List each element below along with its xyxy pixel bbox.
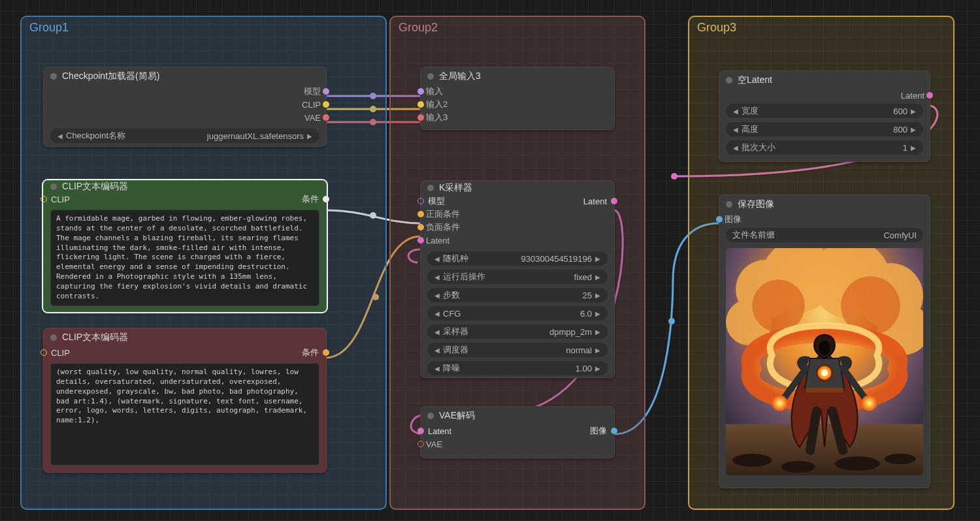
arrow-left-icon[interactable]: ◀ [56, 133, 65, 140]
collapse-icon[interactable] [50, 183, 57, 190]
node-title: 空Latent [738, 74, 772, 86]
svg-point-19 [835, 456, 879, 471]
node-title: CLIP文本编码器 [62, 181, 128, 193]
port-clip-in[interactable] [41, 349, 47, 356]
node-title: CLIP文本编码器 [62, 332, 128, 343]
svg-point-14 [752, 279, 805, 332]
port-vae-in[interactable] [417, 441, 424, 447]
node-global-input3[interactable]: 全局输入3 输入 输入2 输入3 [420, 67, 615, 130]
widget-height[interactable]: ◀高度800▶ [726, 122, 923, 136]
prompt-textarea[interactable]: A formidable mage, garbed in flowing, em… [50, 210, 319, 306]
svg-point-23 [819, 341, 830, 355]
collapse-icon[interactable] [726, 77, 732, 84]
port-pos-in[interactable] [417, 211, 424, 217]
widget-seed[interactable]: ◀随机种930300454519196▶ [427, 251, 608, 266]
widget-steps[interactable]: ◀步数25▶ [427, 288, 608, 302]
collapse-icon[interactable] [427, 413, 434, 419]
node-save-image[interactable]: 保存图像 图像 文件名前缀ComfyUI [719, 195, 930, 488]
port-clip-in[interactable] [41, 196, 47, 202]
node-checkpoint-loader[interactable]: Checkpoint加载器(简易) 模型 CLIP VAE ◀ Checkpoi… [43, 67, 327, 147]
collapse-icon[interactable] [50, 334, 57, 341]
node-title: K采样器 [439, 182, 472, 194]
svg-point-5 [671, 173, 678, 180]
port-latent-out[interactable] [926, 92, 933, 99]
port-cond-out[interactable] [323, 349, 329, 356]
group-1-title: Group1 [29, 21, 69, 35]
port-image-in[interactable] [716, 216, 723, 223]
svg-point-6 [668, 318, 675, 324]
widget-batch[interactable]: ◀批次大小1▶ [726, 140, 923, 155]
node-title: 全局输入3 [439, 71, 481, 82]
port-model-in[interactable] [417, 198, 424, 204]
node-empty-latent[interactable]: 空Latent Latent ◀宽度600▶ ◀高度800▶ ◀批次大小1▶ [719, 71, 930, 162]
widget-after[interactable]: ◀运行后操作fixed▶ [427, 270, 608, 284]
widget-width[interactable]: ◀宽度600▶ [726, 104, 923, 118]
port-cond-out[interactable] [323, 196, 329, 202]
node-title: 保存图像 [738, 198, 774, 210]
port-clip-out[interactable] [323, 101, 329, 108]
widget-denoise[interactable]: ◀降噪1.00▶ [427, 361, 608, 375]
svg-point-17 [732, 454, 772, 467]
svg-point-18 [781, 461, 815, 473]
group-2-title: Group2 [399, 21, 438, 35]
node-ksampler[interactable]: K采样器 模型 Latent 正面条件 负面条件 Latent ◀随机种9303… [420, 180, 615, 378]
collapse-icon[interactable] [726, 201, 732, 208]
port-model-out[interactable] [323, 88, 329, 95]
port-image-out[interactable] [611, 428, 617, 434]
prompt-textarea[interactable]: (worst quality, low quality, normal qual… [50, 363, 319, 466]
node-clip-encode-positive[interactable]: CLIP文本编码器 CLIP 条件 A formidable mage, gar… [43, 180, 327, 312]
widget-filename-prefix[interactable]: 文件名前缀ComfyUI [726, 228, 923, 242]
port-latent-in[interactable] [417, 237, 424, 244]
node-clip-encode-negative[interactable]: CLIP文本编码器 CLIP 条件 (worst quality, low qu… [43, 328, 327, 473]
collapse-icon[interactable] [427, 185, 434, 191]
collapse-icon[interactable] [427, 73, 434, 80]
port-in2[interactable] [417, 101, 424, 108]
svg-point-22 [821, 370, 828, 376]
widget-ckpt-name[interactable]: ◀ Checkpoint名称juggernautXL.safetensors ▶ [50, 129, 319, 143]
output-image-preview [726, 248, 923, 475]
widget-scheduler[interactable]: ◀调度器normal▶ [427, 343, 608, 357]
widget-cfg[interactable]: ◀CFG6.0▶ [427, 306, 608, 321]
node-vae-decode[interactable]: VAE解码 Latent 图像 VAE [420, 406, 615, 458]
svg-point-20 [885, 454, 916, 464]
port-in3[interactable] [417, 114, 424, 121]
port-neg-in[interactable] [417, 224, 424, 230]
widget-sampler[interactable]: ◀采样器dpmpp_2m▶ [427, 324, 608, 339]
group-3-title: Group3 [697, 21, 736, 35]
port-vae-out[interactable] [323, 114, 329, 121]
svg-point-24 [772, 395, 787, 411]
arrow-right-icon[interactable]: ▶ [305, 133, 314, 140]
collapse-icon[interactable] [50, 73, 57, 80]
node-title: VAE解码 [439, 410, 475, 422]
port-latent-in[interactable] [417, 428, 424, 434]
node-title: Checkpoint加载器(简易) [62, 71, 159, 82]
svg-point-25 [861, 395, 877, 411]
port-latent-out[interactable] [611, 198, 617, 204]
port-in1[interactable] [417, 88, 424, 95]
